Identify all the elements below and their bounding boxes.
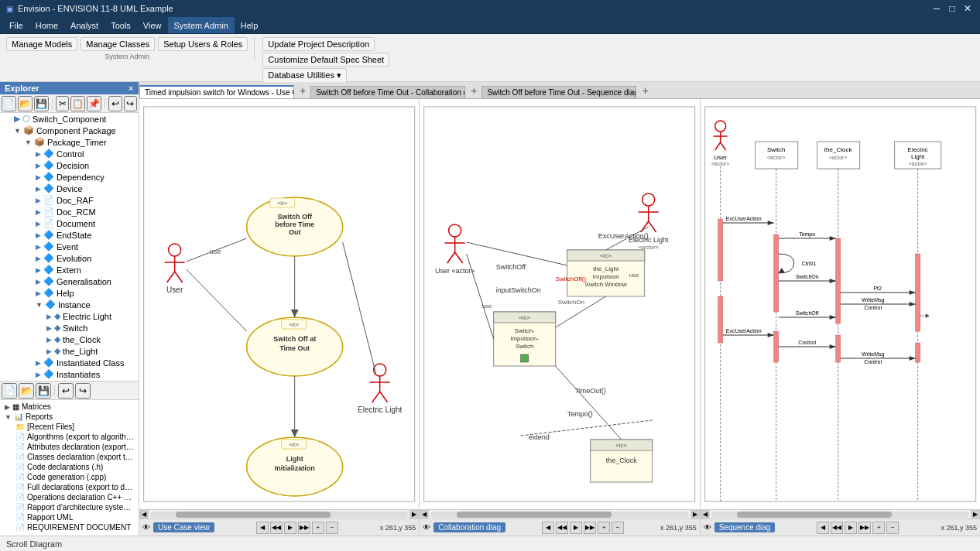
copy-icon[interactable]: 📋 (70, 96, 85, 111)
tree-item-endstate[interactable]: ▶ 🔷 EndState (0, 229, 139, 241)
tree-item-evolution[interactable]: ▶ 🔷 Evolution (0, 252, 139, 264)
redo-icon[interactable]: ↪ (124, 96, 137, 111)
tab-sequence[interactable]: Switch Off before Time Out - Sequence di… (481, 86, 636, 98)
menu-analyst[interactable]: Analyst (64, 17, 105, 33)
tab-add-button-3[interactable]: + (637, 83, 653, 98)
tree-item-electric-light[interactable]: ▶ ◆ Electric Light (0, 310, 139, 322)
menu-tools[interactable]: Tools (105, 17, 137, 33)
open-icon[interactable]: 📂 (18, 96, 33, 111)
paste-icon[interactable]: 📌 (87, 96, 101, 111)
zoom-in-button[interactable]: + (312, 522, 324, 534)
tree-item-event[interactable]: ▶ 🔷 Event (0, 241, 139, 252)
tree-item-full-decl[interactable]: 📄 Full declarations (export to decla... (2, 482, 137, 492)
bottom-save-icon[interactable]: 💾 (36, 383, 51, 399)
seq-nav-prev[interactable]: ◀ (817, 522, 829, 534)
menu-system-admin[interactable]: System Admin (168, 17, 235, 33)
sequence-canvas[interactable]: User «actor» Switch «actor» the_Clock «a… (701, 99, 980, 509)
new-icon[interactable]: 📄 (2, 96, 16, 111)
tree-item-matrices[interactable]: ▶ ▦ Matrices (2, 402, 137, 412)
cut-icon[interactable]: ✂ (56, 96, 69, 111)
tree-item-switch[interactable]: ▶ ◆ Switch (0, 322, 139, 334)
tree-item-recent-files[interactable]: 📁 [Recent Files] (2, 422, 137, 432)
tree-item-algorithms[interactable]: 📄 Algorithms (export to algorithm.c... (2, 432, 137, 442)
bottom-undo-icon[interactable]: ↩ (58, 383, 74, 399)
manage-models-button[interactable]: Manage Models (6, 37, 77, 51)
tree-item-attributes[interactable]: 📄 Attributes declaration (export to ... (2, 442, 137, 452)
menu-home[interactable]: Home (29, 17, 64, 33)
tree-item-document[interactable]: ▶ 📄 Document (0, 217, 139, 229)
tree-item-device[interactable]: ▶ 🔷 Device (0, 183, 139, 194)
database-utilities-button[interactable]: Database Utilities ▾ (262, 68, 347, 83)
tree-item-the-light[interactable]: ▶ ◆ the_Light (0, 345, 139, 357)
tree-item-classes[interactable]: 📄 Classes declaration (export to cla... (2, 452, 137, 462)
collab-scrollbar[interactable]: ◀ ▶ (420, 509, 699, 518)
nav-end-button[interactable]: ▶▶ (298, 522, 310, 534)
use-case-scrollbar[interactable]: ◀ ▶ (139, 509, 419, 518)
nav-start-button[interactable]: ◀◀ (270, 522, 283, 534)
save-icon[interactable]: 💾 (34, 96, 49, 111)
nav-prev-button[interactable]: ◀ (256, 522, 269, 534)
collab-canvas[interactable]: Electric Light «actor» User «actor» (420, 99, 699, 509)
tree-item-instantiated-class[interactable]: ▶ 🔷 Instantiated Class (0, 357, 139, 368)
bottom-redo-icon[interactable]: ↪ (75, 383, 91, 399)
collab-scroll-left[interactable]: ◀ (420, 510, 429, 519)
close-button[interactable]: ✕ (961, 2, 974, 15)
tree-item-package-timer[interactable]: ▼ 📦 Package_Timer (0, 136, 139, 148)
tree-item-generalisation[interactable]: ▶ 🔷 Generalisation (0, 276, 139, 287)
collab-zoom-in[interactable]: + (598, 522, 610, 534)
collab-nav-start[interactable]: ◀◀ (556, 522, 568, 534)
tree-item-the-clock[interactable]: ▶ ◆ the_Clock (0, 334, 139, 345)
tree-item-instantiates[interactable]: ▶ 🔷 Instantiates (0, 368, 139, 380)
tree-item-code-decl[interactable]: 📄 Code declarations (.h) (2, 462, 137, 472)
customize-spec-button[interactable]: Customize Default Spec Sheet (262, 53, 389, 67)
tree-item-component-package[interactable]: ▼ 📦 Component Package (0, 125, 139, 136)
tree-item-rapport-arch[interactable]: 📄 Rapport d'architecture systeme (2, 502, 137, 512)
bottom-new-icon[interactable]: 📄 (2, 383, 17, 399)
seq-scroll-right[interactable]: ▶ (971, 510, 980, 519)
update-project-button[interactable]: Update Project Description (262, 37, 375, 51)
setup-users-button[interactable]: Setup Users & Roles (158, 37, 248, 51)
zoom-out-button[interactable]: − (326, 522, 338, 534)
tree-item-control[interactable]: ▶ 🔷 Control (0, 148, 139, 159)
collab-nav-end[interactable]: ▶▶ (584, 522, 596, 534)
scroll-left-arrow[interactable]: ◀ (139, 510, 149, 519)
tree-item-switch-component[interactable]: ▶ ⬡ Switch_Component (0, 113, 139, 125)
tree-item-reports[interactable]: ▼ 📊 Reports (2, 412, 137, 422)
tab-use-case[interactable]: Timed impulsion switch for Windows - Use… (139, 85, 294, 98)
tab-collaboration[interactable]: Switch Off before Time Out - Collaborati… (310, 86, 465, 98)
nav-next-button[interactable]: ▶ (284, 522, 296, 534)
menu-help[interactable]: Help (235, 17, 265, 33)
collab-nav-next[interactable]: ▶ (570, 522, 582, 534)
maximize-button[interactable]: □ (946, 2, 958, 15)
seq-scroll-left[interactable]: ◀ (701, 510, 710, 519)
tree-item-ops-decl[interactable]: 📄 Operations declaration C++ (exp... (2, 492, 137, 502)
tree-item-help[interactable]: ▶ 🔷 Help (0, 287, 139, 299)
seq-view-label[interactable]: Sequence diag (714, 522, 776, 532)
collab-view-label[interactable]: Collaboration diag (433, 522, 505, 532)
seq-zoom-out[interactable]: − (886, 522, 899, 534)
seq-nav-end[interactable]: ▶▶ (858, 522, 871, 534)
minimize-button[interactable]: ─ (930, 2, 943, 15)
tree-item-dependency[interactable]: ▶ 🔷 Dependency (0, 171, 139, 183)
seq-nav-start[interactable]: ◀◀ (831, 522, 843, 534)
tab-add-button-1[interactable]: + (295, 83, 310, 98)
use-case-canvas[interactable]: User Electric Light (139, 99, 419, 509)
seq-nav-next[interactable]: ▶ (845, 522, 857, 534)
tree-item-doc-rcm[interactable]: ▶ 📄 Doc_RCM (0, 206, 139, 217)
tree-item-doc-raf[interactable]: ▶ 📄 Doc_RAF (0, 194, 139, 206)
tree-item-code-gen[interactable]: 📄 Code generation (.cpp) (2, 472, 137, 482)
menu-view[interactable]: View (137, 17, 168, 33)
collab-zoom-out[interactable]: − (612, 522, 624, 534)
tree-item-instance[interactable]: ▼ 🔷 Instance (0, 299, 139, 310)
bottom-open-icon[interactable]: 📂 (19, 383, 34, 399)
tree-item-extern[interactable]: ▶ 🔷 Extern (0, 264, 139, 276)
scroll-right-arrow[interactable]: ▶ (409, 510, 419, 519)
tree-item-rapport-uml[interactable]: 📄 Rapport UML (2, 512, 137, 522)
tab-add-button-2[interactable]: + (466, 83, 481, 98)
collab-scroll-right[interactable]: ▶ (690, 510, 700, 519)
tree-item-decision[interactable]: ▶ 🔷 Decision (0, 159, 139, 171)
seq-scrollbar[interactable]: ◀ ▶ (701, 509, 980, 518)
manage-classes-button[interactable]: Manage Classes (81, 37, 155, 51)
use-case-view-label[interactable]: Use Case view (153, 522, 214, 532)
tree-item-requirement[interactable]: 📄 REQUIREMENT DOCUMENT (2, 522, 137, 532)
